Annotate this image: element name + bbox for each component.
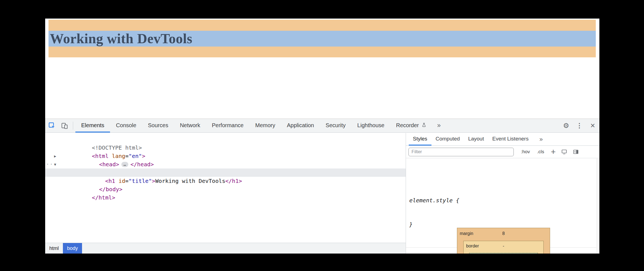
more-sidebar-tabs-icon[interactable]: » <box>536 133 546 145</box>
tab-layout[interactable]: Layout <box>464 133 488 145</box>
new-style-rule-icon[interactable]: + <box>551 148 556 156</box>
more-tabs-icon[interactable]: » <box>433 119 445 132</box>
kebab-menu-icon[interactable]: ⋮ <box>573 119 586 132</box>
tab-computed[interactable]: Computed <box>431 133 464 145</box>
toolbar-divider <box>73 122 73 130</box>
device-toolbar-icon[interactable] <box>58 119 71 132</box>
device-toolbar-glyph <box>61 122 68 129</box>
tab-label: Elements <box>81 122 104 129</box>
experiment-flask-icon <box>421 122 427 128</box>
box-model-border[interactable]: border - padding - <box>463 241 544 254</box>
tab-lighthouse[interactable]: Lighthouse <box>351 119 390 132</box>
box-model-diagram: margin 8 border - padding - <box>457 228 550 254</box>
tab-application[interactable]: Application <box>281 119 320 132</box>
styles-pane-scrollbar[interactable] <box>596 158 599 254</box>
border-top-value[interactable]: - <box>464 244 543 249</box>
toggle-element-state-button[interactable]: :hov <box>521 149 530 155</box>
margin-top-value[interactable]: 8 <box>457 231 550 236</box>
inspect-content-overlay: Working with DevTools <box>48 31 596 47</box>
close-devtools-icon[interactable]: ✕ <box>586 119 599 132</box>
inspect-margin-overlay-bottom <box>48 47 596 57</box>
tab-security[interactable]: Security <box>320 119 351 132</box>
web-page: Working with DevTools <box>45 19 599 119</box>
brace-token: { <box>456 197 459 204</box>
devtools-panel: Elements Console Sources Network Perform… <box>45 119 599 254</box>
devtools-toolbar: Elements Console Sources Network Perform… <box>45 119 599 133</box>
breadcrumb-item-body[interactable]: body <box>63 243 82 254</box>
tab-performance[interactable]: Performance <box>206 119 250 132</box>
styles-sidebar-tabs: Styles Computed Layout Event Listeners » <box>406 133 599 146</box>
settings-gear-icon[interactable]: ⚙ <box>559 119 573 132</box>
toggle-computed-sidebar-icon[interactable] <box>573 149 579 155</box>
tab-label: Network <box>180 122 200 129</box>
elements-dom-pane: <!DOCTYPE html> <html lang="en"> ▶<head>… <box>45 133 406 254</box>
tab-recorder[interactable]: Recorder <box>390 119 433 132</box>
expand-arrow-icon[interactable]: ▼ <box>53 160 58 169</box>
inspect-margin-overlay-top <box>48 20 596 31</box>
tab-label: Recorder <box>396 122 419 129</box>
styles-filter-input[interactable] <box>408 148 514 156</box>
devtools-main: <!DOCTYPE html> <html lang="en"> ▶<head>… <box>45 133 599 254</box>
tab-elements[interactable]: Elements <box>75 119 110 132</box>
dom-breadcrumb: html body <box>45 243 406 254</box>
breadcrumb-item-html[interactable]: html <box>45 243 63 254</box>
tab-network[interactable]: Network <box>174 119 206 132</box>
dom-row-body-close[interactable]: </body> <box>45 177 406 185</box>
tab-label: Performance <box>212 122 244 129</box>
inspect-element-icon[interactable] <box>45 119 58 132</box>
tab-sources[interactable]: Sources <box>142 119 174 132</box>
tab-label: Lighthouse <box>357 122 384 129</box>
box-model-padding[interactable]: padding - <box>469 253 538 254</box>
tab-styles[interactable]: Styles <box>409 133 431 145</box>
dom-row-h1[interactable]: <h1 id="title">Working with DevTools</h1… <box>45 168 406 177</box>
dom-tree: <!DOCTYPE html> <html lang="en"> ▶<head>… <box>45 133 406 243</box>
tab-label: Memory <box>255 122 275 129</box>
tab-event-listeners[interactable]: Event Listeners <box>488 133 533 145</box>
inspect-element-glyph <box>48 122 56 129</box>
page-heading: Working with DevTools <box>48 31 596 46</box>
brace-token: } <box>409 221 413 228</box>
tab-label: Application <box>287 122 314 129</box>
toolbar-spacer <box>445 119 559 132</box>
tab-memory[interactable]: Memory <box>249 119 281 132</box>
element-classes-button[interactable]: .cls <box>537 149 544 155</box>
box-model-margin[interactable]: margin 8 border - padding - <box>457 228 550 254</box>
dom-row-html-open[interactable]: <html lang="en"> <box>45 144 406 152</box>
dom-row-html-close[interactable]: </html> <box>45 185 406 193</box>
tab-console[interactable]: Console <box>110 119 142 132</box>
tab-label: Sources <box>148 122 168 129</box>
dom-row-head[interactable]: ▶<head>…</head> <box>45 152 406 160</box>
toggle-rendering-emulations-icon[interactable] <box>561 149 567 155</box>
selector-token: element.style <box>409 197 456 204</box>
styles-filter-bar: :hov .cls + <box>406 146 599 158</box>
dom-row-doctype[interactable]: <!DOCTYPE html> <box>45 135 406 144</box>
tag-token: </html> <box>92 194 115 201</box>
styles-sidebar-pane: Styles Computed Layout Event Listeners »… <box>406 133 599 254</box>
collapse-arrow-icon[interactable]: ▶ <box>53 152 58 160</box>
rule-open-line: element.style { <box>409 196 596 204</box>
browser-window: Working with DevTools Elements Console <box>45 19 599 254</box>
tab-label: Console <box>116 122 136 129</box>
tab-label: Security <box>326 122 346 129</box>
rule-close-line: } <box>409 221 596 229</box>
dom-row-body-open[interactable]: ···▼<body>== $0 <box>45 160 406 168</box>
